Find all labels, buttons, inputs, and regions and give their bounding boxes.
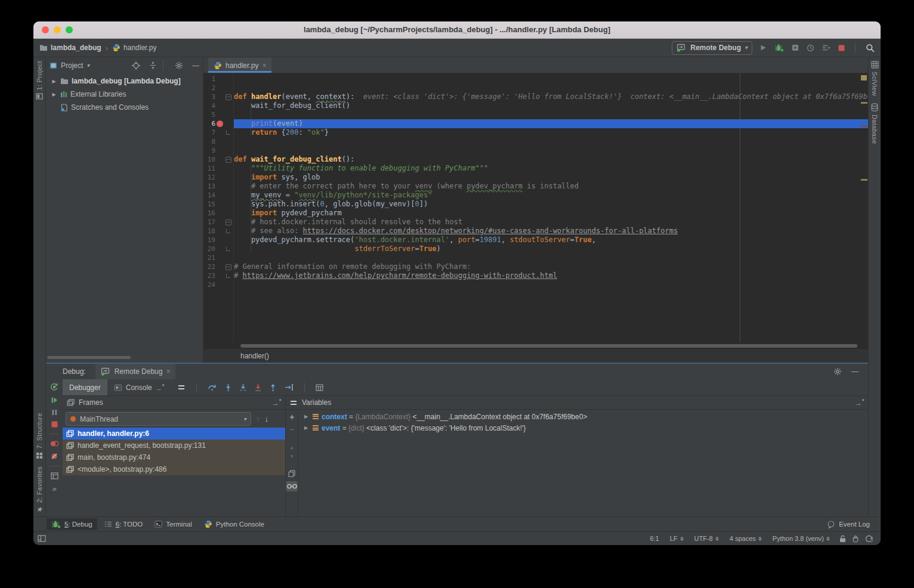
toolwindow-button-terminal[interactable]: Terminal [150,518,196,530]
breadcrumb-project[interactable]: lambda_debug [51,44,101,52]
gutter-row[interactable]: 12 [203,173,233,182]
run-to-cursor-button[interactable] [285,383,294,391]
gutter-row[interactable]: 18 [203,227,233,236]
stack-frame[interactable]: handle_event_request, bootstrap.py:131 [63,440,285,451]
gutter-row[interactable]: 7 [203,128,233,137]
code-area[interactable]: def handler(event, context): event: <cla… [234,73,868,343]
close-icon[interactable]: × [166,368,170,375]
code-line[interactable]: """Utility function to enable debugging … [234,164,868,173]
run-configuration-select[interactable]: Remote Debug ▾ [672,41,752,55]
mute-breakpoints-button[interactable] [51,453,58,460]
status-item[interactable]: 4 spaces [730,535,762,542]
gutter-row[interactable]: 22 [203,262,233,271]
code-line[interactable]: sys.path.insert(0, glob.glob(my_venv)[0]… [234,200,868,209]
code-line[interactable]: wait_for_debug_client() [234,101,868,110]
gutter-row[interactable]: 23 [203,271,233,280]
more-options-button[interactable]: » [52,485,56,493]
gear-icon[interactable] [833,367,842,376]
debug-button[interactable] [774,44,784,52]
code-line[interactable]: print(event) [234,119,868,128]
stop-button[interactable] [838,45,845,51]
expand-icon[interactable]: ▶ [51,92,57,97]
tool-stripe-favorites[interactable]: 2: Favorites★ [36,463,43,516]
fold-marker[interactable] [226,247,230,251]
gutter-row[interactable]: 10 [203,155,233,164]
gear-icon[interactable] [175,61,183,70]
code-line[interactable]: stderrToServer=True) [234,245,868,253]
fold-marker[interactable] [226,229,230,233]
pin-icon[interactable]: →* [854,398,864,407]
gutter-row[interactable]: 13 [203,182,233,191]
variable-row[interactable]: ▶context = {LambdaContext} <__main__.Lam… [298,411,868,422]
run-button[interactable] [759,44,767,51]
gutter-row[interactable]: 15 [203,200,233,209]
code-line[interactable]: return {200: "ok"} [234,128,868,137]
stop-process-button[interactable] [51,421,58,428]
code-line[interactable]: def handler(event, context): event: <cla… [234,92,868,101]
code-line[interactable]: pydevd_pycharm.settrace('host.docker.int… [234,236,868,245]
code-line[interactable] [234,146,868,155]
gutter-row[interactable]: 20 [203,245,233,253]
restore-layout-button[interactable] [51,472,58,479]
gutter-row[interactable]: 14 [203,191,233,200]
variable-row[interactable]: ▶event = {dict} <class 'dict'>: {'messag… [298,422,868,434]
expand-icon[interactable]: ▶ [51,79,57,84]
hide-panel-icon[interactable]: — [192,62,199,69]
gutter-row[interactable]: 17 [203,218,233,227]
gutter-row[interactable]: 5 [203,110,233,119]
gutter-row[interactable]: 19 [203,236,233,245]
toolwindow-switcher-icon[interactable] [38,535,46,542]
status-item[interactable]: LF [670,535,684,542]
code-line[interactable]: # host.docker.internal should resolve to… [234,218,868,227]
titlebar[interactable]: lambda_debug [~/PycharmProjects/lambda_d… [33,21,881,39]
code-line[interactable]: # enter the correct path here to your ve… [234,182,868,191]
code-line[interactable] [234,137,868,146]
debug-tab-console[interactable]: Console→* [107,379,171,395]
thread-select[interactable]: MainThread ▾ [66,412,251,426]
code-line[interactable] [234,253,868,262]
gutter-row[interactable]: 21 [203,253,233,262]
gutter-row[interactable]: 11 [203,164,233,173]
status-item[interactable]: 6:1 [650,535,659,542]
menu-icon[interactable] [290,400,298,406]
concurrency-diagram-button[interactable] [822,44,830,51]
project-tree-item[interactable]: Scratches and Consoles [46,101,203,114]
rerun-debug-button[interactable] [50,383,58,391]
status-item[interactable]: UTF-8 [694,535,719,542]
code-line[interactable] [234,83,868,92]
chevron-down-icon[interactable]: ▾ [87,63,89,69]
show-watches-toggle[interactable] [286,481,298,491]
code-line[interactable] [234,280,868,289]
code-line[interactable] [234,75,868,83]
expand-icon[interactable]: ▶ [304,425,310,431]
resume-program-button[interactable] [51,397,58,404]
code-line[interactable]: import pydevd_pycharm [234,209,868,218]
editor-area[interactable]: 123456789101112131415161718192021222324 … [203,73,868,343]
editor-tab-handler[interactable]: handler.py × [208,58,271,73]
status-item[interactable]: Python 3.8 (venv) [773,535,830,542]
code-line[interactable]: my_venv = "venv/lib/python*/site-package… [234,191,868,200]
evaluate-expression-button[interactable] [316,384,323,391]
project-panel-title[interactable]: Project [61,61,83,70]
gutter-row[interactable]: 2 [203,83,233,92]
expand-icon[interactable]: ▶ [304,414,310,419]
pin-icon[interactable]: →* [271,398,281,407]
add-watch-button[interactable]: + [289,413,294,421]
project-tree-item[interactable]: ▶External Libraries [46,88,203,101]
event-log-button[interactable]: Event Log [822,518,875,530]
view-breakpoints-button[interactable] [50,440,59,447]
inspections-profile-icon[interactable] [852,535,859,543]
hide-panel-icon[interactable]: — [851,368,859,375]
toolwindow-button-debug[interactable]: 5: Debug [47,518,97,530]
move-watch-down-button[interactable]: ▼ [289,454,294,459]
code-line[interactable] [234,110,868,119]
gutter-row[interactable]: 1 [203,75,233,83]
lock-icon[interactable] [839,535,846,543]
code-line[interactable]: def wait_for_debug_client(): [234,155,868,164]
code-line[interactable]: # https://www.jetbrains.com/help/pycharm… [234,271,868,280]
toolwindow-button-python-console[interactable]: Python Console [199,518,269,530]
step-into-button[interactable] [225,383,231,391]
collapse-all-icon[interactable] [149,61,157,69]
step-out-button[interactable] [270,383,276,391]
gutter-row[interactable]: 4 [203,101,233,110]
